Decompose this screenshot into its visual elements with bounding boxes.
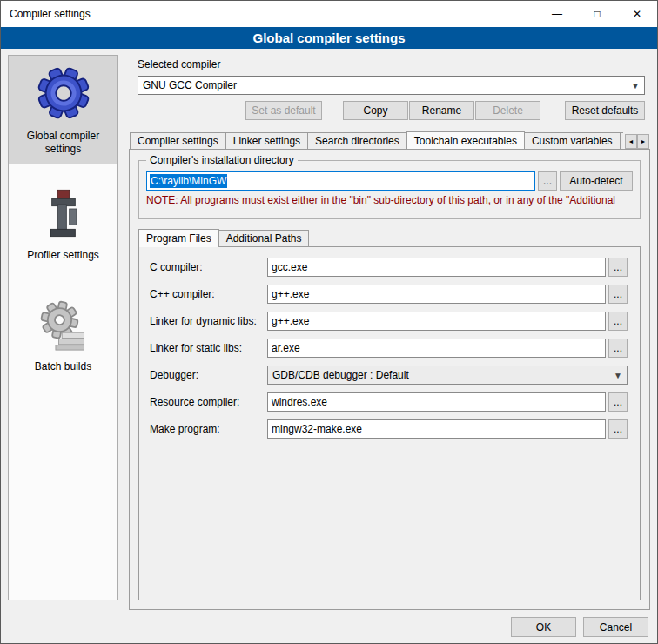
field-label: C compiler:	[150, 261, 267, 273]
installation-directory-input[interactable]: C:\raylib\MinGW	[146, 171, 535, 191]
auto-detect-button[interactable]: Auto-detect	[560, 171, 633, 191]
selected-compiler-label: Selected compiler	[138, 58, 220, 70]
field-label: Make program:	[150, 423, 267, 435]
tab-scroll-left-icon[interactable]: ◄	[625, 134, 637, 149]
browse-c-compiler-button[interactable]: ...	[608, 258, 628, 277]
field-row-cpp-compiler: C++ compiler: g++.exe ...	[150, 285, 628, 304]
chevron-down-icon: ▼	[611, 371, 625, 380]
cancel-button[interactable]: Cancel	[583, 617, 648, 637]
tab-additional-paths[interactable]: Additional Paths	[218, 230, 310, 246]
static-linker-input[interactable]: ar.exe	[267, 339, 606, 358]
gear-blue-icon	[37, 66, 91, 123]
reset-defaults-button[interactable]: Reset defaults	[565, 101, 645, 120]
field-label: Debugger:	[150, 369, 267, 381]
field-label: Resource compiler:	[150, 396, 267, 408]
title-bar[interactable]: Compiler settings — □ ✕	[1, 1, 657, 27]
field-label: Linker for static libs:	[150, 342, 267, 354]
debugger-select[interactable]: GDB/CDB debugger : Default ▼	[267, 366, 628, 385]
tabs: Compiler settings Linker settings Search…	[130, 131, 623, 149]
set-as-default-button[interactable]: Set as default	[245, 101, 322, 120]
tab-linker-settings[interactable]: Linker settings	[225, 132, 308, 149]
sidebar: Global compiler settings Profiler settin…	[8, 55, 118, 600]
field-label: C++ compiler:	[150, 288, 267, 300]
chevron-down-icon: ▼	[628, 81, 642, 91]
compiler-actions: Set as default Copy Rename Delete Reset …	[138, 101, 645, 120]
debugger-select-value: GDB/CDB debugger : Default	[272, 369, 611, 381]
tab-scroll-right-icon[interactable]: ►	[637, 134, 649, 149]
tab-compiler-settings[interactable]: Compiler settings	[130, 132, 226, 149]
field-value: windres.exe	[272, 396, 327, 408]
sidebar-item-global-compiler-settings[interactable]: Global compiler settings	[9, 56, 118, 164]
browse-directory-button[interactable]: ...	[538, 171, 557, 191]
sidebar-item-profiler-settings[interactable]: Profiler settings	[9, 177, 118, 271]
tab-toolchain-executables[interactable]: Toolchain executables	[406, 131, 525, 149]
close-button[interactable]: ✕	[617, 1, 657, 27]
rename-button[interactable]: Rename	[409, 101, 474, 120]
field-row-static-linker: Linker for static libs: ar.exe ...	[150, 339, 628, 358]
toolchain-panel: Compiler's installation directory C:\ray…	[129, 149, 650, 610]
caption-buttons: — □ ✕	[537, 1, 657, 27]
compiler-select[interactable]: GNU GCC Compiler ▼	[138, 76, 645, 95]
browse-dynamic-linker-button[interactable]: ...	[608, 312, 628, 331]
sidebar-item-batch-builds[interactable]: Batch builds	[9, 290, 118, 382]
copy-button[interactable]: Copy	[343, 101, 408, 120]
field-row-dynamic-linker: Linker for dynamic libs: g++.exe ...	[150, 312, 628, 331]
window-title: Compiler settings	[1, 8, 91, 20]
browse-cpp-compiler-button[interactable]: ...	[608, 285, 628, 304]
sidebar-item-label: Batch builds	[35, 360, 91, 373]
cpp-compiler-input[interactable]: g++.exe	[267, 285, 606, 304]
installation-directory-row: C:\raylib\MinGW ... Auto-detect	[146, 171, 633, 191]
ok-button[interactable]: OK	[511, 617, 576, 637]
minimize-button[interactable]: —	[537, 1, 577, 27]
profiler-icon	[40, 187, 87, 242]
maximize-button[interactable]: □	[577, 1, 617, 27]
delete-button[interactable]: Delete	[475, 101, 540, 120]
dynamic-linker-input[interactable]: g++.exe	[267, 312, 606, 331]
installation-directory-group: Compiler's installation directory C:\ray…	[138, 160, 641, 219]
browse-static-linker-button[interactable]: ...	[608, 339, 628, 358]
tab-scroll-buttons: ◄ ►	[625, 134, 649, 149]
field-value: g++.exe	[272, 288, 309, 300]
field-value: ar.exe	[272, 342, 300, 354]
tab-strip: Compiler settings Linker settings Search…	[130, 131, 649, 149]
tab-custom-variables[interactable]: Custom variables	[524, 132, 621, 149]
browse-make-program-button[interactable]: ...	[608, 419, 628, 439]
resource-compiler-input[interactable]: windres.exe	[267, 392, 606, 412]
page-title: Global compiler settings	[1, 27, 657, 49]
make-program-input[interactable]: mingw32-make.exe	[267, 419, 606, 439]
installation-directory-label: Compiler's installation directory	[146, 154, 298, 166]
main-area: Selected compiler GNU GCC Compiler ▼ Set…	[128, 55, 651, 610]
compiler-settings-dialog: Compiler settings — □ ✕ Global compiler …	[0, 0, 658, 644]
gear-gray-icon	[38, 300, 89, 353]
compiler-select-value: GNU GCC Compiler	[143, 79, 628, 91]
sidebar-item-label: Global compiler settings	[12, 130, 114, 156]
field-value: mingw32-make.exe	[272, 423, 362, 435]
field-row-debugger: Debugger: GDB/CDB debugger : Default ▼	[150, 366, 628, 385]
field-row-make-program: Make program: mingw32-make.exe ...	[150, 419, 628, 439]
tab-search-directories[interactable]: Search directories	[307, 132, 407, 149]
program-files-panel: C compiler: gcc.exe ... C++ compiler: g+…	[138, 246, 641, 600]
sidebar-item-label: Profiler settings	[27, 249, 99, 262]
installation-directory-value: C:\raylib\MinGW	[150, 174, 227, 188]
field-value: gcc.exe	[272, 261, 307, 273]
field-value: g++.exe	[272, 315, 309, 327]
sub-tab-strip: Program Files Additional Paths	[138, 228, 641, 246]
tab-build-options[interactable]: Build options	[620, 132, 623, 149]
c-compiler-input[interactable]: gcc.exe	[267, 258, 606, 277]
tab-program-files[interactable]: Program Files	[138, 229, 219, 247]
bin-subdirectory-note: NOTE: All programs must exist either in …	[146, 194, 633, 206]
field-row-c-compiler: C compiler: gcc.exe ...	[150, 258, 628, 277]
field-label: Linker for dynamic libs:	[150, 315, 267, 327]
field-row-resource-compiler: Resource compiler: windres.exe ...	[150, 392, 628, 412]
browse-resource-compiler-button[interactable]: ...	[608, 392, 628, 412]
